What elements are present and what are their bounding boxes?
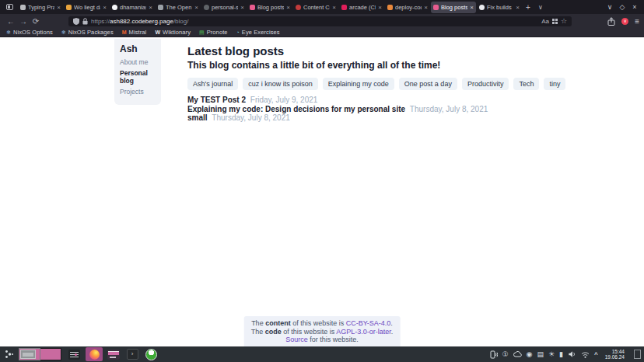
- url-bar[interactable]: https://ash882.codeberg.page/blog/ Aa ☆: [68, 16, 572, 26]
- network-wifi-icon[interactable]: [581, 351, 590, 358]
- tab-close-icon[interactable]: ×: [194, 4, 198, 11]
- tag-productivity[interactable]: Productivity: [462, 78, 509, 90]
- footer-line-code-license: The code of this website is AGPL-3.0-or-…: [251, 328, 394, 336]
- tab-close-icon[interactable]: ×: [470, 4, 474, 11]
- window-thumbnail: [20, 350, 36, 359]
- expand-tray-chevron-icon[interactable]: ^: [594, 351, 598, 359]
- status-circle-icon[interactable]: ①: [502, 350, 509, 358]
- post-link[interactable]: small: [187, 113, 208, 122]
- bookmark-nixos-packages[interactable]: ❄ NixOS Packages: [61, 29, 114, 36]
- tab-personal-site[interactable]: personal-site - ×: [201, 2, 247, 13]
- close-window-button[interactable]: ×: [630, 3, 639, 11]
- firefox-view-button[interactable]: [2, 2, 17, 12]
- taskbar-app-button[interactable]: [106, 347, 121, 361]
- tab-content-collections[interactable]: Content Collec ×: [293, 2, 338, 13]
- tag-tiny[interactable]: tiny: [544, 78, 565, 90]
- taskbar-terminal-button[interactable]: ›: [124, 347, 140, 361]
- sidebar-item-projects[interactable]: Projects: [120, 88, 156, 96]
- sidebar-item-personal-blog[interactable]: Personal blog: [120, 69, 156, 85]
- list-all-tabs-button[interactable]: ∨: [534, 4, 547, 11]
- bookmark-mistral[interactable]: M Mistral: [122, 29, 147, 36]
- minimize-button[interactable]: ∨: [605, 3, 614, 11]
- audio-mixer-icon[interactable]: [68, 350, 80, 360]
- menu-hamburger-icon[interactable]: ≡: [635, 17, 639, 26]
- restore-button[interactable]: ◇: [618, 3, 627, 11]
- tab-close-icon[interactable]: ×: [516, 4, 520, 11]
- kdeconnect-phone-icon[interactable]: [490, 350, 498, 359]
- tab-blog-posts-1[interactable]: Blog posts - As ×: [247, 2, 292, 13]
- night-color-icon[interactable]: ☀: [548, 350, 555, 358]
- forward-button[interactable]: →: [17, 17, 30, 26]
- app-launcher-button[interactable]: [2, 348, 16, 360]
- bookmark-star-icon[interactable]: ☆: [561, 17, 567, 25]
- tab-close-icon[interactable]: ×: [286, 4, 290, 11]
- translate-icon[interactable]: Aa: [541, 18, 549, 25]
- tab-typing-practice[interactable]: Typing Practice ×: [18, 2, 63, 13]
- tracking-protection-shield-icon[interactable]: [73, 18, 79, 25]
- bookmark-label: NixOS Options: [13, 29, 53, 36]
- tab-deploy-codeberg[interactable]: deploy-codebe ×: [385, 2, 430, 13]
- tab-close-icon[interactable]: ×: [332, 4, 336, 11]
- digital-clock[interactable]: 15:44 19.06.24: [605, 349, 625, 360]
- desktop-1[interactable]: [19, 349, 40, 360]
- tab-dhamaniasad[interactable]: dhamaniasad ×: [110, 2, 155, 13]
- source-link[interactable]: Source: [285, 336, 308, 343]
- tab-open-graph[interactable]: The Open Gra ×: [156, 2, 201, 13]
- volume-icon[interactable]: [568, 350, 576, 358]
- site-title[interactable]: Ash: [120, 44, 156, 54]
- tab-favicon: [479, 5, 485, 10]
- page-subtitle: This blog contains a little bit of every…: [187, 60, 623, 71]
- window-controls: ∨ ◇ ×: [605, 3, 642, 11]
- green-app-icon: [145, 349, 157, 360]
- tag-explaining-my-code[interactable]: Explaining my code: [323, 78, 394, 90]
- bookmark-wiktionary[interactable]: W Wiktionary: [155, 29, 191, 36]
- tab-close-icon[interactable]: ×: [149, 4, 152, 11]
- tag-one-post-a-day[interactable]: One post a day: [399, 78, 457, 90]
- blog-main: Latest blog posts This blog contains a l…: [187, 44, 623, 124]
- tag-cuz-i-know-its-poison[interactable]: cuz i know its poison: [243, 78, 318, 90]
- tag-ashs-journal[interactable]: Ash's journal: [187, 78, 238, 90]
- battery-icon[interactable]: ▮: [559, 350, 563, 358]
- bookmark-label: Eye Exercises: [242, 29, 280, 36]
- tab-close-icon[interactable]: ×: [57, 4, 61, 11]
- taskbar-green-app-button[interactable]: [143, 347, 159, 361]
- bookmark-nixos-options[interactable]: ❄ NixOS Options: [6, 29, 53, 36]
- bookmark-pronote[interactable]: ▤ Pronote: [199, 29, 228, 36]
- cc-license-link[interactable]: CC-BY-SA-4.0: [346, 319, 391, 327]
- tag-tech[interactable]: Tech: [513, 78, 539, 90]
- tab-title: Fix builds · eel: [487, 4, 513, 11]
- back-button[interactable]: ←: [5, 17, 17, 26]
- media-record-icon[interactable]: ◉: [527, 350, 533, 358]
- desktop-2[interactable]: [40, 349, 61, 360]
- cloud-sync-icon[interactable]: [513, 351, 522, 357]
- tab-wo-liegt-das[interactable]: Wo liegt das? | ×: [64, 2, 109, 13]
- sidebar-item-about-me[interactable]: About me: [120, 58, 156, 66]
- tab-fix-builds[interactable]: Fix builds · eel ×: [477, 2, 522, 13]
- show-desktop-button[interactable]: [634, 350, 641, 359]
- taskbar-firefox-button[interactable]: [86, 347, 103, 361]
- lock-icon[interactable]: [82, 18, 88, 25]
- new-tab-button[interactable]: +: [522, 3, 534, 12]
- tab-arcade-channel[interactable]: arcade (Chann ×: [339, 2, 384, 13]
- post-link[interactable]: My TEST Post 2: [187, 96, 246, 104]
- list-item: Explaining my code: Design decisions for…: [187, 106, 623, 114]
- virtual-desktop-pager: [19, 348, 61, 360]
- tab-close-icon[interactable]: ×: [424, 4, 428, 11]
- tab-blog-posts-active[interactable]: Blog posts - A ×: [431, 2, 476, 13]
- tab-close-icon[interactable]: ×: [103, 4, 107, 11]
- tab-close-icon[interactable]: ×: [378, 4, 382, 11]
- reload-button[interactable]: ⟳: [30, 17, 42, 26]
- post-link[interactable]: Explaining my code: Design decisions for…: [187, 105, 405, 113]
- bookmark-label: Pronote: [207, 29, 228, 36]
- list-item: small Thursday, July 8, 2021: [187, 114, 623, 123]
- agpl-license-link[interactable]: AGPL-3.0-or-later: [336, 328, 391, 336]
- extensions-icon[interactable]: [552, 19, 558, 24]
- tab-favicon: [341, 5, 347, 10]
- clipboard-icon[interactable]: ▤: [537, 350, 544, 358]
- post-list: My TEST Post 2 Friday, July 9, 2021 Expl…: [187, 96, 623, 123]
- url-text: https://ash882.codeberg.page/blog/: [91, 18, 538, 25]
- pocket-icon[interactable]: ∨: [621, 18, 628, 25]
- share-icon[interactable]: [607, 17, 615, 26]
- bookmark-eye-exercises[interactable]: ◔ Eye Exercises: [236, 29, 280, 36]
- tab-close-icon[interactable]: ×: [240, 4, 244, 11]
